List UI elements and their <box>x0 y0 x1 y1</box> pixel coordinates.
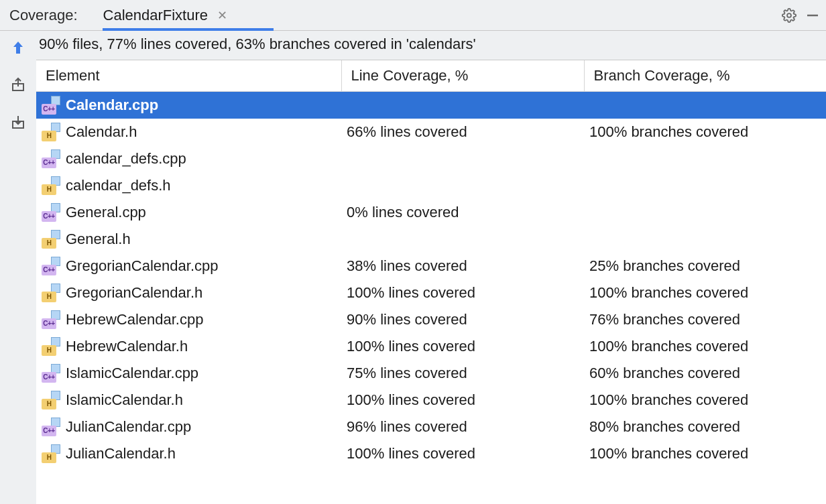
header-file-icon: H <box>42 444 60 463</box>
gear-icon[interactable] <box>782 8 796 23</box>
file-name: IslamicCalendar.cpp <box>66 365 198 382</box>
col-line[interactable]: Line Coverage, % <box>341 60 584 92</box>
branch-coverage-cell <box>584 226 826 253</box>
file-name: Calendar.cpp <box>66 97 158 114</box>
cpp-file-icon: C++ <box>42 96 60 115</box>
branch-coverage-cell <box>584 92 826 119</box>
minimize-icon[interactable] <box>806 9 819 22</box>
element-cell: Hcalendar_defs.h <box>36 172 341 199</box>
branch-coverage-cell <box>584 172 826 199</box>
branch-coverage-cell: 60% branches covered <box>584 360 826 387</box>
table-row[interactable]: HIslamicCalendar.h100% lines covered100%… <box>36 387 826 414</box>
header-file-icon: H <box>42 230 60 249</box>
line-coverage-cell: 90% lines covered <box>341 306 584 333</box>
element-cell: C++Calendar.cpp <box>36 92 341 119</box>
file-name: calendar_defs.h <box>66 177 171 194</box>
close-icon[interactable]: ✕ <box>217 9 227 21</box>
up-arrow-icon[interactable] <box>8 38 28 58</box>
table-row[interactable]: C++HebrewCalendar.cpp90% lines covered76… <box>36 306 826 333</box>
tab-calendarfixture[interactable]: CalendarFixture ✕ <box>97 0 235 31</box>
tab-label: CalendarFixture <box>103 7 209 24</box>
header-file-icon: H <box>42 176 60 195</box>
table-row[interactable]: C++Calendar.cpp <box>36 92 826 119</box>
line-coverage-cell: 100% lines covered <box>341 279 584 306</box>
file-name: HebrewCalendar.cpp <box>66 311 203 328</box>
line-coverage-cell: 66% lines covered <box>341 119 584 145</box>
branch-coverage-cell: 100% branches covered <box>584 333 826 360</box>
branch-coverage-cell: 25% branches covered <box>584 253 826 279</box>
branch-coverage-cell <box>584 199 826 226</box>
table-row[interactable]: C++IslamicCalendar.cpp75% lines covered6… <box>36 360 826 387</box>
table-row[interactable]: C++General.cpp0% lines covered <box>36 199 826 226</box>
file-name: JulianCalendar.cpp <box>66 418 191 436</box>
export-up-icon[interactable] <box>8 75 28 95</box>
branch-coverage-cell: 100% branches covered <box>584 387 826 414</box>
tab-underline <box>103 28 274 31</box>
table-row[interactable]: C++calendar_defs.cpp <box>36 145 826 172</box>
toolbar-gutter <box>0 31 36 504</box>
main-area: 90% files, 77% lines covered, 63% branch… <box>36 31 826 504</box>
line-coverage-cell <box>341 92 584 119</box>
header-file-icon: H <box>42 337 60 356</box>
element-cell: C++GregorianCalendar.cpp <box>36 253 341 279</box>
line-coverage-cell: 75% lines covered <box>341 360 584 387</box>
table-header-row: Element Line Coverage, % Branch Coverage… <box>36 60 826 92</box>
line-coverage-cell: 0% lines covered <box>341 199 584 226</box>
line-coverage-cell: 96% lines covered <box>341 414 584 440</box>
element-cell: HIslamicCalendar.h <box>36 387 341 414</box>
table-row[interactable]: HGregorianCalendar.h100% lines covered10… <box>36 279 826 306</box>
file-name: calendar_defs.cpp <box>66 150 186 168</box>
file-name: IslamicCalendar.h <box>66 391 183 409</box>
header-file-icon: H <box>42 284 60 302</box>
import-down-icon[interactable] <box>8 113 28 133</box>
line-coverage-cell: 100% lines covered <box>341 387 584 414</box>
table-row[interactable]: C++JulianCalendar.cpp96% lines covered80… <box>36 414 826 440</box>
branch-coverage-cell <box>584 145 826 172</box>
table-body: C++Calendar.cppHCalendar.h66% lines cove… <box>36 92 826 467</box>
table-row[interactable]: HCalendar.h66% lines covered100% branche… <box>36 119 826 145</box>
col-element[interactable]: Element <box>36 60 341 92</box>
cpp-file-icon: C++ <box>42 364 60 383</box>
table-row[interactable]: HGeneral.h <box>36 226 826 253</box>
element-cell: HGeneral.h <box>36 226 341 253</box>
element-cell: C++General.cpp <box>36 199 341 226</box>
cpp-file-icon: C++ <box>42 149 60 168</box>
coverage-table-wrap[interactable]: Element Line Coverage, % Branch Coverage… <box>36 60 826 504</box>
branch-coverage-cell: 100% branches covered <box>584 279 826 306</box>
line-coverage-cell <box>341 226 584 253</box>
line-coverage-cell <box>341 145 584 172</box>
element-cell: C++JulianCalendar.cpp <box>36 414 341 440</box>
file-name: JulianCalendar.h <box>66 445 176 462</box>
header-file-icon: H <box>42 391 60 410</box>
table-row[interactable]: C++GregorianCalendar.cpp38% lines covere… <box>36 253 826 279</box>
coverage-panel: Coverage: CalendarFixture ✕ <box>0 0 826 504</box>
titlebar-actions <box>782 8 819 23</box>
panel-body: 90% files, 77% lines covered, 63% branch… <box>0 31 826 504</box>
table-row[interactable]: HJulianCalendar.h100% lines covered100% … <box>36 440 826 467</box>
cpp-file-icon: C++ <box>42 310 60 329</box>
col-branch[interactable]: Branch Coverage, % <box>584 60 826 92</box>
line-coverage-cell: 38% lines covered <box>341 253 584 279</box>
file-name: GregorianCalendar.h <box>66 284 202 302</box>
element-cell: C++calendar_defs.cpp <box>36 145 341 172</box>
line-coverage-cell <box>341 172 584 199</box>
panel-title: Coverage: <box>9 7 78 24</box>
table-row[interactable]: HHebrewCalendar.h100% lines covered100% … <box>36 333 826 360</box>
line-coverage-cell: 100% lines covered <box>341 333 584 360</box>
element-cell: HGregorianCalendar.h <box>36 279 341 306</box>
coverage-table: Element Line Coverage, % Branch Coverage… <box>36 60 826 467</box>
file-name: General.cpp <box>66 204 146 221</box>
element-cell: HCalendar.h <box>36 119 341 145</box>
branch-coverage-cell: 76% branches covered <box>584 306 826 333</box>
file-name: General.h <box>66 231 131 248</box>
file-name: GregorianCalendar.cpp <box>66 257 218 275</box>
line-coverage-cell: 100% lines covered <box>341 440 584 467</box>
table-row[interactable]: Hcalendar_defs.h <box>36 172 826 199</box>
element-cell: C++HebrewCalendar.cpp <box>36 306 341 333</box>
element-cell: HJulianCalendar.h <box>36 440 341 467</box>
file-name: Calendar.h <box>66 123 137 141</box>
header-file-icon: H <box>42 123 60 141</box>
titlebar: Coverage: CalendarFixture ✕ <box>0 0 826 31</box>
cpp-file-icon: C++ <box>42 418 60 436</box>
branch-coverage-cell: 100% branches covered <box>584 440 826 467</box>
